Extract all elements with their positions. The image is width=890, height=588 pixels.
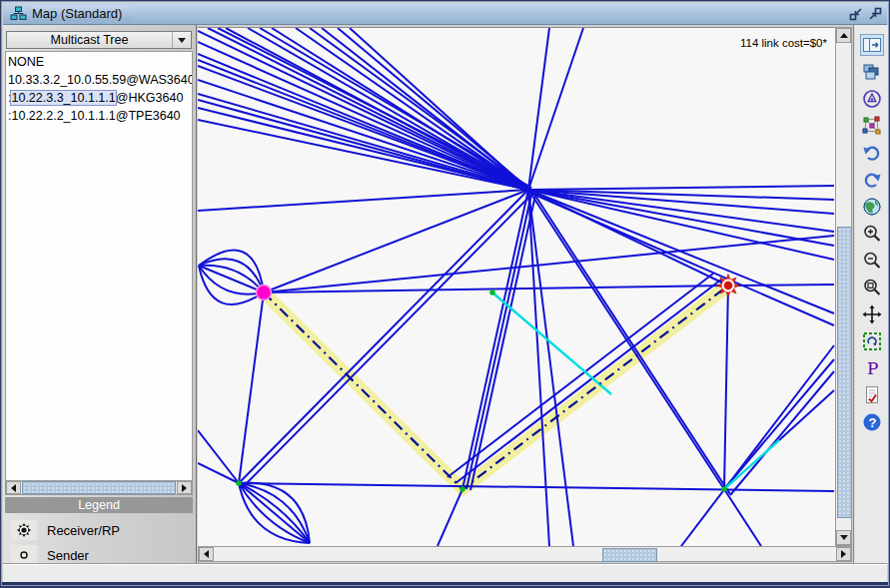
map-link bbox=[198, 60, 530, 191]
legend-icon[interactable] bbox=[860, 88, 884, 110]
fit-selection-icon[interactable] bbox=[860, 330, 884, 352]
map-link bbox=[528, 186, 834, 190]
map-link-alt bbox=[724, 440, 779, 489]
map-link bbox=[264, 286, 728, 293]
scroll-up-arrow[interactable] bbox=[836, 28, 851, 43]
map-canvas[interactable]: 114 link cost=$0* bbox=[198, 27, 835, 546]
graph-layout-icon[interactable] bbox=[860, 115, 884, 137]
map-link bbox=[724, 286, 728, 489]
map-link bbox=[198, 190, 528, 211]
map-link bbox=[528, 28, 549, 190]
tree-type-dropdown[interactable]: Multicast Tree bbox=[6, 31, 192, 49]
list-item[interactable]: NONE bbox=[6, 53, 192, 71]
map-link bbox=[310, 28, 530, 189]
receiver-rp-icon bbox=[11, 520, 37, 540]
map-link bbox=[681, 345, 834, 546]
scroll-right-arrow[interactable] bbox=[836, 547, 851, 561]
router-node[interactable] bbox=[459, 486, 465, 492]
toggle-sidebar-icon[interactable] bbox=[860, 34, 884, 56]
svg-text:?: ? bbox=[868, 415, 876, 430]
map-link bbox=[528, 190, 549, 546]
zoom-box-icon[interactable] bbox=[860, 277, 884, 298]
topology-svg bbox=[198, 28, 835, 546]
scroll-right-arrow[interactable] bbox=[177, 481, 192, 494]
sidebar: Multicast Tree NONE10.33.3.2_10.0.55.59@… bbox=[3, 25, 197, 563]
map-link bbox=[239, 190, 528, 483]
window-bottom-border bbox=[2, 582, 888, 585]
map-hscrollbar[interactable] bbox=[198, 546, 852, 562]
map-link bbox=[239, 483, 834, 491]
map-vscroll-thumb[interactable] bbox=[837, 227, 852, 518]
scroll-down-arrow[interactable] bbox=[836, 530, 851, 545]
map-link bbox=[724, 359, 834, 489]
zoom-out-icon[interactable] bbox=[860, 250, 884, 272]
sender-icon bbox=[11, 545, 37, 565]
map-link bbox=[198, 463, 239, 483]
dropdown-arrow-icon[interactable] bbox=[172, 32, 191, 48]
map-link bbox=[239, 293, 264, 483]
map-window: Map (Standard) Multicast Tree NONE10.33.… bbox=[1, 1, 889, 586]
parallel-links bbox=[199, 266, 264, 304]
sender-node[interactable] bbox=[257, 286, 272, 300]
map-views-icon[interactable] bbox=[860, 61, 884, 83]
map-vscrollbar[interactable] bbox=[835, 27, 852, 546]
map-link bbox=[724, 489, 761, 546]
redo-icon[interactable] bbox=[860, 169, 884, 191]
legend-title: Legend bbox=[5, 497, 193, 513]
list-item[interactable]: 10.33.3.2_10.0.55.59@WAS3640 bbox=[6, 71, 192, 89]
report-icon[interactable] bbox=[860, 384, 884, 406]
map-toolbar: P ? bbox=[853, 25, 888, 563]
status-bar bbox=[3, 563, 887, 584]
restore-button[interactable] bbox=[848, 6, 863, 21]
globe-icon[interactable] bbox=[860, 196, 884, 218]
dropdown-label: Multicast Tree bbox=[7, 33, 172, 47]
maximize-button[interactable] bbox=[867, 6, 882, 21]
link-cost-annotation: 114 link cost=$0* bbox=[740, 37, 827, 49]
map-link bbox=[728, 285, 834, 286]
scroll-left-arrow[interactable] bbox=[6, 481, 21, 494]
multicast-tree-list[interactable]: NONE10.33.3.2_10.0.55.59@WAS3640:10.22.3… bbox=[5, 51, 193, 480]
map-link bbox=[260, 28, 531, 188]
titlebar-texture bbox=[3, 3, 887, 24]
router-node[interactable] bbox=[236, 480, 242, 486]
map-link bbox=[730, 371, 834, 495]
router-node[interactable] bbox=[721, 486, 727, 492]
map-link bbox=[198, 42, 528, 190]
window-title: Map (Standard) bbox=[32, 6, 132, 21]
paths-icon[interactable]: P bbox=[860, 357, 884, 379]
list-hscroll-thumb[interactable] bbox=[22, 481, 176, 494]
map-link bbox=[438, 489, 462, 546]
list-item[interactable]: :10.22.2.2_10.1.1.1@TPE3640 bbox=[6, 107, 192, 125]
map-link bbox=[198, 80, 528, 190]
map-link bbox=[198, 430, 239, 483]
svg-text:P: P bbox=[867, 358, 878, 378]
legend-item-receiver: Receiver/RP bbox=[5, 518, 120, 542]
pan-icon[interactable] bbox=[860, 303, 884, 325]
map-hscroll-thumb[interactable] bbox=[602, 548, 657, 562]
map-link bbox=[198, 31, 528, 190]
list-hscrollbar[interactable] bbox=[5, 480, 193, 495]
legend-label: Receiver/RP bbox=[47, 523, 120, 538]
map-link bbox=[244, 193, 533, 486]
titlebar[interactable]: Map (Standard) bbox=[3, 3, 887, 25]
map-link bbox=[264, 236, 834, 293]
map-link bbox=[198, 94, 528, 190]
parallel-links bbox=[199, 251, 264, 293]
map-link bbox=[264, 190, 528, 293]
map-link bbox=[218, 28, 531, 188]
map-link bbox=[528, 28, 583, 190]
zoom-in-icon[interactable] bbox=[860, 223, 884, 245]
scroll-left-arrow[interactable] bbox=[199, 547, 214, 561]
legend-label: Sender bbox=[47, 548, 89, 563]
help-icon[interactable]: ? bbox=[860, 411, 884, 433]
sitemap-icon bbox=[10, 6, 27, 21]
router-node[interactable] bbox=[489, 290, 495, 295]
list-item[interactable]: :10.22.3.3_10.1.1.1@HKG3640 bbox=[6, 89, 192, 107]
undo-icon[interactable] bbox=[860, 142, 884, 164]
